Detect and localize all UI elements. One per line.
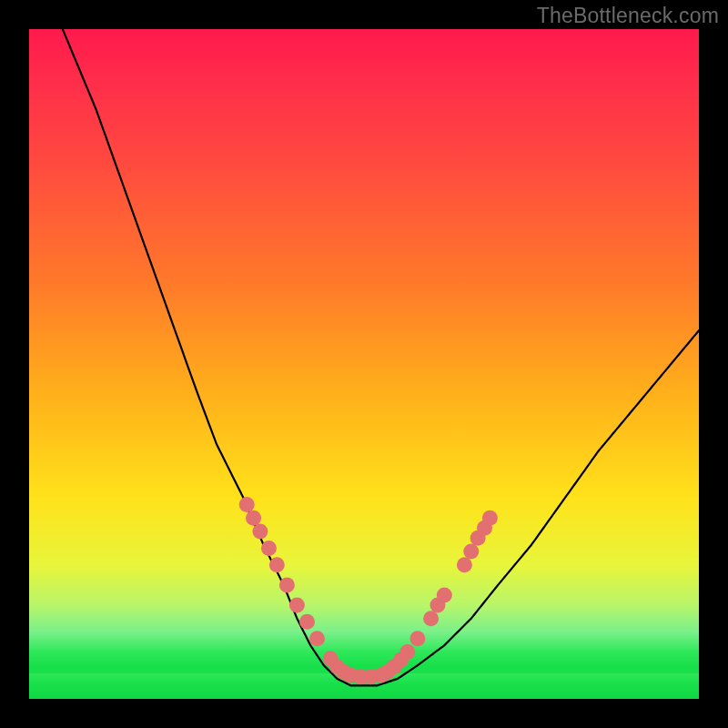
curve-marker <box>269 557 285 572</box>
curve-marker <box>457 557 472 572</box>
plot-area <box>29 29 699 699</box>
chart-frame: TheBottleneck.com <box>0 0 728 728</box>
curve-marker <box>299 614 315 630</box>
curve-marker <box>410 631 425 646</box>
curve-marker <box>261 541 277 556</box>
bottleneck-curve <box>63 29 699 685</box>
curve-marker <box>252 524 268 540</box>
curve-marker <box>463 544 479 560</box>
curve-marker <box>399 644 415 660</box>
curve-marker <box>309 631 325 646</box>
curve-marker <box>437 587 452 602</box>
curve-marker <box>246 511 261 526</box>
curve-marker <box>289 597 305 612</box>
attribution-text: TheBottleneck.com <box>537 4 719 28</box>
curve-marker <box>482 511 498 526</box>
curve-marker <box>279 577 295 592</box>
curve-markers <box>239 497 498 684</box>
curve-marker <box>239 497 255 512</box>
chart-svg <box>29 29 699 699</box>
curve-marker <box>423 611 439 626</box>
